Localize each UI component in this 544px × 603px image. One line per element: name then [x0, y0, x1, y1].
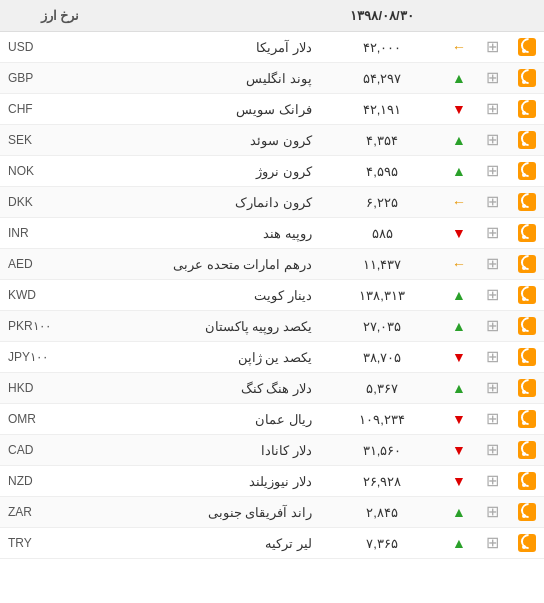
- grid-icon-cell[interactable]: ⊞: [474, 125, 510, 156]
- grid-icon-cell[interactable]: ⊞: [474, 466, 510, 497]
- grid-icon-cell[interactable]: ⊞: [474, 528, 510, 559]
- rss-icon-cell[interactable]: [510, 156, 544, 187]
- rss-icon[interactable]: [518, 410, 536, 428]
- grid-icon-cell[interactable]: ⊞: [474, 94, 510, 125]
- rss-icon[interactable]: [518, 193, 536, 211]
- trend-arrow: ▼: [444, 218, 474, 249]
- rss-icon[interactable]: [518, 317, 536, 335]
- right-arrow-icon: ←: [452, 39, 466, 55]
- rss-icon[interactable]: [518, 286, 536, 304]
- rss-icon-cell[interactable]: [510, 528, 544, 559]
- rss-icon[interactable]: [518, 534, 536, 552]
- chart-icon[interactable]: ⊞: [482, 69, 502, 87]
- grid-icon-cell[interactable]: ⊞: [474, 311, 510, 342]
- grid-icon-cell[interactable]: ⊞: [474, 156, 510, 187]
- trend-arrow: ▲: [444, 63, 474, 94]
- table-row: ⊞▼۳۸,۷۰۵یکصد ین ژاپنJPY۱۰۰: [0, 342, 544, 373]
- currency-name: روپیه هند: [89, 218, 320, 249]
- rss-icon-cell[interactable]: [510, 63, 544, 94]
- chart-icon[interactable]: ⊞: [482, 100, 502, 118]
- rss-icon-cell[interactable]: [510, 342, 544, 373]
- rss-icon[interactable]: [518, 379, 536, 397]
- grid-icon-cell[interactable]: ⊞: [474, 63, 510, 94]
- trend-arrow: ▲: [444, 528, 474, 559]
- trend-arrow: ←: [444, 187, 474, 218]
- rss-icon-cell[interactable]: [510, 404, 544, 435]
- grid-icon-cell[interactable]: ⊞: [474, 187, 510, 218]
- chart-icon[interactable]: ⊞: [482, 224, 502, 242]
- chart-icon[interactable]: ⊞: [482, 131, 502, 149]
- currency-value: ۴,۵۹۵: [320, 156, 444, 187]
- grid-icon-cell[interactable]: ⊞: [474, 342, 510, 373]
- currency-value: ۴,۳۵۴: [320, 125, 444, 156]
- chart-icon[interactable]: ⊞: [482, 193, 502, 211]
- rss-icon[interactable]: [518, 503, 536, 521]
- up-arrow-icon: ▲: [452, 132, 466, 148]
- trend-arrow: ▼: [444, 94, 474, 125]
- table-row: ⊞▲۵۴,۲۹۷پوند انگلیسGBP: [0, 63, 544, 94]
- trend-arrow: ▲: [444, 156, 474, 187]
- chart-icon[interactable]: ⊞: [482, 472, 502, 490]
- currency-value: ۲,۸۴۵: [320, 497, 444, 528]
- rss-icon[interactable]: [518, 224, 536, 242]
- table-row: ⊞▼۲۶,۹۲۸دلار نیوزیلندNZD: [0, 466, 544, 497]
- currency-code: AED: [0, 249, 89, 280]
- trend-arrow: ←: [444, 249, 474, 280]
- rss-icon-cell[interactable]: [510, 497, 544, 528]
- rss-icon[interactable]: [518, 441, 536, 459]
- down-arrow-icon: ▼: [452, 101, 466, 117]
- rss-icon-cell[interactable]: [510, 280, 544, 311]
- chart-icon[interactable]: ⊞: [482, 348, 502, 366]
- table-row: ⊞←۱۱,۴۳۷درهم امارات متحده عربیAED: [0, 249, 544, 280]
- currency-name: پوند انگلیس: [89, 63, 320, 94]
- chart-icon[interactable]: ⊞: [482, 503, 502, 521]
- chart-icon[interactable]: ⊞: [482, 410, 502, 428]
- grid-icon-cell[interactable]: ⊞: [474, 435, 510, 466]
- rss-icon-cell[interactable]: [510, 466, 544, 497]
- rss-icon-cell[interactable]: [510, 187, 544, 218]
- currency-value: ۷,۳۶۵: [320, 528, 444, 559]
- rss-icon[interactable]: [518, 162, 536, 180]
- grid-icon-cell[interactable]: ⊞: [474, 249, 510, 280]
- trend-arrow: ▼: [444, 342, 474, 373]
- grid-icon-cell[interactable]: ⊞: [474, 32, 510, 63]
- rss-icon-cell[interactable]: [510, 435, 544, 466]
- chart-icon[interactable]: ⊞: [482, 286, 502, 304]
- chart-icon[interactable]: ⊞: [482, 38, 502, 56]
- rss-icon-cell[interactable]: [510, 311, 544, 342]
- rss-icon[interactable]: [518, 348, 536, 366]
- chart-icon[interactable]: ⊞: [482, 534, 502, 552]
- currency-name: یکصد روپیه پاکستان: [89, 311, 320, 342]
- grid-icon-cell[interactable]: ⊞: [474, 497, 510, 528]
- rss-icon-cell[interactable]: [510, 249, 544, 280]
- rss-icon-cell[interactable]: [510, 218, 544, 249]
- currency-code: SEK: [0, 125, 89, 156]
- chart-icon[interactable]: ⊞: [482, 162, 502, 180]
- grid-icon-cell[interactable]: ⊞: [474, 404, 510, 435]
- table-row: ⊞▲۲۷,۰۳۵یکصد روپیه پاکستانPKR۱۰۰: [0, 311, 544, 342]
- rss-icon[interactable]: [518, 131, 536, 149]
- currency-name: فرانک سویس: [89, 94, 320, 125]
- currency-code: NZD: [0, 466, 89, 497]
- chart-icon[interactable]: ⊞: [482, 379, 502, 397]
- currency-name: راند آفریقای جنوبی: [89, 497, 320, 528]
- rss-icon[interactable]: [518, 69, 536, 87]
- rss-icon[interactable]: [518, 255, 536, 273]
- table-row: ⊞▲۲,۸۴۵راند آفریقای جنوبیZAR: [0, 497, 544, 528]
- chart-icon[interactable]: ⊞: [482, 441, 502, 459]
- rss-icon[interactable]: [518, 472, 536, 490]
- rss-icon-cell[interactable]: [510, 125, 544, 156]
- rss-icon-cell[interactable]: [510, 373, 544, 404]
- rss-icon[interactable]: [518, 38, 536, 56]
- currency-value: ۴۲,۱۹۱: [320, 94, 444, 125]
- rss-icon[interactable]: [518, 100, 536, 118]
- rss-icon-cell[interactable]: [510, 32, 544, 63]
- grid-icon-cell[interactable]: ⊞: [474, 280, 510, 311]
- chart-icon[interactable]: ⊞: [482, 317, 502, 335]
- grid-icon-cell[interactable]: ⊞: [474, 218, 510, 249]
- chart-icon[interactable]: ⊞: [482, 255, 502, 273]
- table-row: ⊞▼۵۸۵روپیه هندINR: [0, 218, 544, 249]
- grid-icon-cell[interactable]: ⊞: [474, 373, 510, 404]
- currency-code: CAD: [0, 435, 89, 466]
- rss-icon-cell[interactable]: [510, 94, 544, 125]
